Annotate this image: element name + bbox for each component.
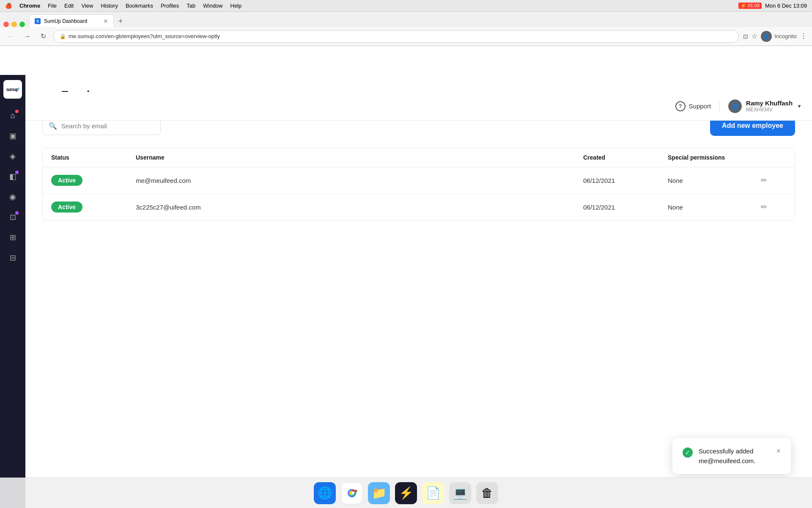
user-details: Ramy Khuffash MEXH934V [746, 99, 793, 113]
tab-close-button[interactable]: ✕ [103, 18, 108, 25]
row2-username: 3c225c27@uifeed.com [136, 204, 583, 211]
incognito-badge[interactable]: 👤 Incognito [761, 31, 797, 42]
browser-tab[interactable]: S SumUp Dashboard ✕ [29, 14, 114, 27]
table-header: Status Username Created Special permissi… [43, 148, 795, 167]
user-avatar: 👤 [728, 99, 742, 113]
dock-notes-icon[interactable]: 📄 [422, 482, 444, 504]
new-tab-button[interactable]: + [115, 15, 126, 27]
sidebar-item-employees[interactable]: ◉ [4, 188, 21, 205]
support-button[interactable]: ? Support [675, 101, 720, 111]
menu-tab[interactable]: Tab [187, 3, 195, 9]
col-header-username: Username [136, 154, 583, 161]
row2-edit-cell: ✏ [761, 202, 786, 212]
user-menu[interactable]: 👤 Ramy Khuffash MEXH934V ▼ [728, 99, 802, 113]
tab-favicon: S [35, 18, 41, 24]
sidebar-item-transactions[interactable]: ◈ [4, 148, 21, 165]
status-badge: Active [51, 202, 82, 213]
table-row: Active me@meuifeed.com 06/12/2021 None ✏ [43, 167, 795, 194]
sidebar: sumup* ⌂ ▣ ◈ ◧ ◉ ⊡ ⊞ ⊟ [0, 75, 25, 508]
browser-chrome: S SumUp Dashboard ✕ + ← → ↻ 🔒 me.sumup.c… [0, 12, 812, 46]
row2-status: Active [51, 202, 136, 213]
sidebar-item-catalog[interactable]: ⊞ [4, 229, 21, 246]
menu-edit[interactable]: Edit [64, 3, 74, 9]
row1-username: me@meuifeed.com [136, 177, 583, 184]
row2-created: 06/12/2021 [583, 204, 668, 211]
row2-permissions: None [668, 204, 761, 211]
lock-icon: 🔒 [60, 33, 66, 39]
col-header-permissions: Special permissions [668, 154, 761, 161]
refresh-button[interactable]: ↻ [37, 30, 49, 42]
sidebar-item-cart[interactable]: ⊟ [4, 249, 21, 266]
dock-system-icon[interactable]: 💻 [449, 482, 471, 504]
nav-bar: ← → ↻ 🔒 me.sumup.com/en-gb/employees?utm… [0, 27, 812, 46]
bookmark-icon[interactable]: ☆ [752, 32, 757, 40]
row1-permissions: None [668, 177, 761, 184]
tab-title: SumUp Dashboard [44, 18, 87, 24]
invoices-badge [15, 171, 19, 174]
menu-file[interactable]: File [48, 3, 57, 9]
inventory-badge [15, 211, 19, 215]
home-icon: ⌂ [11, 111, 15, 120]
employees-icon: ◉ [9, 192, 16, 202]
support-label: Support [689, 102, 711, 110]
toast-message: Successfully added me@meuifeed.com. [699, 447, 755, 466]
dock-chrome-icon[interactable] [341, 482, 363, 504]
app-name[interactable]: Chrome [19, 3, 40, 9]
search-input[interactable] [61, 122, 154, 130]
url-text: me.sumup.com/en-gb/employees?utm_source=… [69, 33, 220, 39]
cart-icon: ⊟ [10, 253, 16, 262]
menu-view[interactable]: View [81, 3, 93, 9]
sidebar-item-readers[interactable]: ▣ [4, 127, 21, 144]
menu-help[interactable]: Help [230, 3, 242, 9]
col-header-status: Status [51, 154, 136, 161]
forward-button[interactable]: → [21, 30, 33, 42]
dropdown-arrow-icon: ▼ [797, 103, 802, 109]
menubar: 🍎 Chrome File Edit View History Bookmark… [0, 0, 812, 12]
dock-finder-icon[interactable]: 🌐 [314, 482, 336, 504]
sidebar-item-home[interactable]: ⌂ [4, 107, 21, 124]
user-name: Ramy Khuffash [746, 99, 793, 107]
dock-finder-folder-icon[interactable]: 📁 [368, 482, 390, 504]
tabs-bar: S SumUp Dashboard ✕ + [0, 12, 812, 27]
sidebar-logo: sumup* [3, 80, 22, 99]
inventory-icon: ⊡ [10, 213, 16, 222]
edit-employee-button[interactable]: ✏ [761, 203, 767, 211]
menu-profiles[interactable]: Profiles [161, 3, 179, 9]
apple-menu[interactable]: 🍎 [5, 3, 12, 9]
col-header-created: Created [583, 154, 668, 161]
search-icon: 🔍 [49, 122, 57, 130]
edit-employee-button[interactable]: ✏ [761, 176, 767, 185]
home-badge [15, 110, 19, 113]
incognito-label: Incognito [774, 33, 797, 39]
dock-trash-icon[interactable]: 🗑 [476, 482, 498, 504]
address-bar[interactable]: 🔒 me.sumup.com/en-gb/employees?utm_sourc… [53, 30, 739, 43]
user-id: MEXH934V [746, 107, 793, 113]
toast-notification: ✓ Successfully added me@meuifeed.com. × [672, 438, 791, 474]
close-window-button[interactable] [3, 22, 9, 27]
cast-icon[interactable]: ⊡ [743, 33, 748, 40]
menu-bookmarks[interactable]: Bookmarks [126, 3, 153, 9]
readers-icon: ▣ [9, 131, 16, 141]
menu-window[interactable]: Window [203, 3, 222, 9]
back-button[interactable]: ← [5, 30, 17, 42]
status-badge: Active [51, 175, 82, 186]
dock-bolt-icon[interactable]: ⚡ [395, 482, 417, 504]
employee-table: Status Username Created Special permissi… [42, 148, 795, 221]
row1-status: Active [51, 175, 136, 186]
sidebar-item-invoices[interactable]: ◧ [4, 168, 21, 185]
minimize-window-button[interactable] [11, 22, 17, 27]
transactions-icon: ◈ [10, 152, 16, 161]
sidebar-item-inventory[interactable]: ⊡ [4, 209, 21, 226]
chrome-menu-icon[interactable]: ⋮ [800, 32, 807, 40]
nav-right-icons: ⊡ ☆ 👤 Incognito ⋮ [743, 31, 807, 42]
menu-history[interactable]: History [101, 3, 118, 9]
col-header-actions [761, 154, 786, 161]
table-row: Active 3c225c27@uifeed.com 06/12/2021 No… [43, 194, 795, 220]
incognito-avatar: 👤 [761, 31, 772, 42]
toast-close-button[interactable]: × [776, 447, 781, 456]
dock: 🌐 📁 ⚡ 📄 💻 🗑 [0, 478, 812, 508]
battery-icon: ⚡ 01:09 [738, 3, 762, 9]
app-header: ? Support 👤 Ramy Khuffash MEXH934V ▼ [25, 92, 812, 121]
maximize-window-button[interactable] [19, 22, 25, 27]
row1-created: 06/12/2021 [583, 177, 668, 184]
